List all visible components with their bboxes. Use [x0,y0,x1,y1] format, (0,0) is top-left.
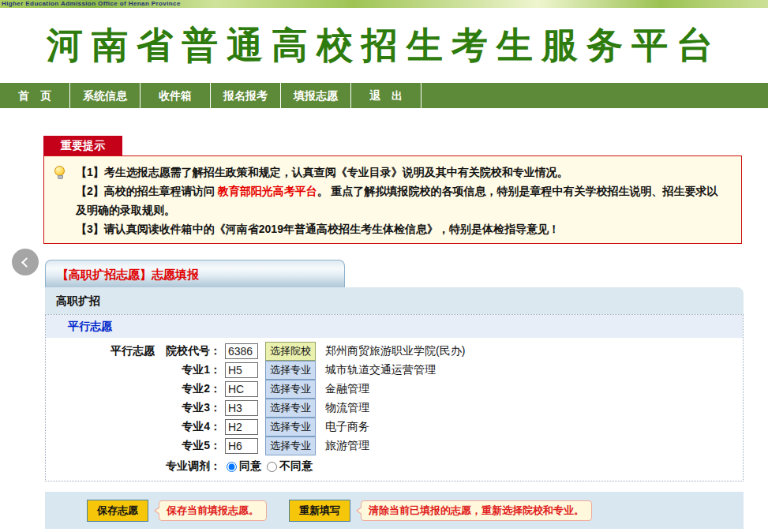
select-major-3-button[interactable]: 选择专业 [265,399,316,418]
adjustment-label: 专业调剂： [46,459,221,474]
major-4-label: 专业4： [46,420,221,434]
college-row-label: 平行志愿 院校代号： [46,344,221,358]
notice-item-2: 【2】高校的招生章程请访问 教育部阳光高考平台。 重点了解拟填报院校的各项信息，… [76,182,729,219]
notice-item-2-text-before: 【2】高校的招生章程请访问 [76,185,218,197]
major-2-label: 专业2： [46,382,221,396]
agree-option[interactable]: 同意 [227,459,261,474]
agree-label: 同意 [239,459,261,474]
major-5-code-input[interactable] [225,438,258,454]
college-code-input[interactable] [225,343,258,359]
select-major-4-button[interactable]: 选择专业 [265,418,316,436]
rewrite-tip: 清除当前已填报的志愿，重新选择院校和专业。 [361,500,592,521]
major-5-label: 专业5： [46,439,221,453]
actions-bar: 保存志愿 保存当前填报志愿。 重新填写 清除当前已填报的志愿，重新选择院校和专业… [45,492,744,529]
main-nav: 首 页 系统信息 收件箱 报名报考 填报志愿 退 出 [0,83,768,108]
panel-tab-title: 【高职扩招志愿】志愿填报 [45,260,345,287]
chevron-left-icon [21,257,32,268]
nav-item-logout[interactable]: 退 出 [351,83,421,108]
major-4-code-input[interactable] [225,419,258,435]
nav-item-system-info[interactable]: 系统信息 [70,83,140,108]
major-2-code-input[interactable] [225,381,258,397]
nav-item-fill-volunteer[interactable]: 填报志愿 [281,83,351,108]
notice-item-1: 【1】考生选报志愿需了解招生政策和规定，认真查阅《专业目录》说明及其中有关院校和… [76,163,729,182]
collapse-button[interactable] [12,249,39,275]
disagree-label: 不同意 [279,459,313,474]
agree-radio[interactable] [227,462,237,472]
major-2-name: 金融管理 [325,382,369,396]
top-gradient-bar: Higher Education Admission Office of Hen… [0,0,768,8]
disagree-radio[interactable] [267,462,277,472]
nav-item-home[interactable]: 首 页 [0,83,70,108]
major-row-1: 专业1： 选择专业 城市轨道交通运营管理 [46,361,743,380]
adjustment-row: 专业调剂： 同意 不同意 [46,457,743,476]
important-notice: 重要提示 【1】考生选报志愿需了解招生政策和规定，认真查阅《专业目录》说明及其中… [43,136,742,244]
volunteer-form: 平行志愿 院校代号： 选择院校 郑州商贸旅游职业学院(民办) 专业1： 选择专业… [46,338,743,481]
major-1-label: 专业1： [46,363,221,377]
section-title: 高职扩招 [45,287,744,314]
major-4-name: 电子商务 [325,420,369,434]
sunshine-gaokao-link[interactable]: 教育部阳光高考平台 [218,185,317,197]
major-3-code-input[interactable] [225,400,258,416]
page: Higher Education Admission Office of Hen… [0,0,768,532]
select-major-5-button[interactable]: 选择专业 [265,436,316,455]
volunteer-panel: 【高职扩招志愿】志愿填报 高职扩招 平行志愿 平行志愿 院校代号： 选择院校 郑… [45,260,744,481]
masthead: 河南省普通高校招生考生服务平台 [0,8,768,83]
notice-tab-label: 重要提示 [43,136,122,155]
major-1-name: 城市轨道交通运营管理 [325,363,436,377]
major-3-name: 物流管理 [325,401,369,415]
bulb-icon [54,166,66,181]
save-tip: 保存当前填报志愿。 [159,500,267,521]
nav-item-inbox[interactable]: 收件箱 [140,83,211,108]
notice-item-3-text: 【3】请认真阅读收件箱中的《河南省2019年普通高校招生考生体检信息》，特别是体… [76,223,560,235]
select-major-2-button[interactable]: 选择专业 [265,380,316,399]
save-volunteer-button[interactable]: 保存志愿 [87,500,148,522]
major-5-name: 旅游管理 [325,439,369,453]
notice-item-1-text: 【1】考生选报志愿需了解招生政策和规定，认真查阅《专业目录》说明及其中有关院校和… [76,166,568,178]
major-row-4: 专业4： 选择专业 电子商务 [46,418,743,436]
top-bar-text: Higher Education Admission Office of Hen… [2,0,181,7]
rewrite-button[interactable]: 重新填写 [289,500,350,522]
subsection-title: 平行志愿 [46,315,743,338]
select-college-button[interactable]: 选择院校 [265,342,316,361]
college-name: 郑州商贸旅游职业学院(民办) [325,344,465,358]
notice-box: 【1】考生选报志愿需了解招生政策和规定，认真查阅《专业目录》说明及其中有关院校和… [43,155,742,244]
major-row-3: 专业3： 选择专业 物流管理 [46,399,743,418]
major-1-code-input[interactable] [225,362,258,378]
page-title: 河南省普通高校招生考生服务平台 [47,21,721,70]
major-row-5: 专业5： 选择专业 旅游管理 [46,436,743,455]
disagree-option[interactable]: 不同意 [267,459,313,474]
nav-item-registration[interactable]: 报名报考 [211,83,281,108]
major-3-label: 专业3： [46,401,221,415]
parallel-volunteer-section: 平行志愿 平行志愿 院校代号： 选择院校 郑州商贸旅游职业学院(民办) 专业1：… [45,314,744,481]
college-row: 平行志愿 院校代号： 选择院校 郑州商贸旅游职业学院(民办) [46,342,743,361]
major-row-2: 专业2： 选择专业 金融管理 [46,380,743,399]
select-major-1-button[interactable]: 选择专业 [265,361,316,380]
notice-item-3: 【3】请认真阅读收件箱中的《河南省2019年普通高校招生考生体检信息》，特别是体… [76,219,729,238]
